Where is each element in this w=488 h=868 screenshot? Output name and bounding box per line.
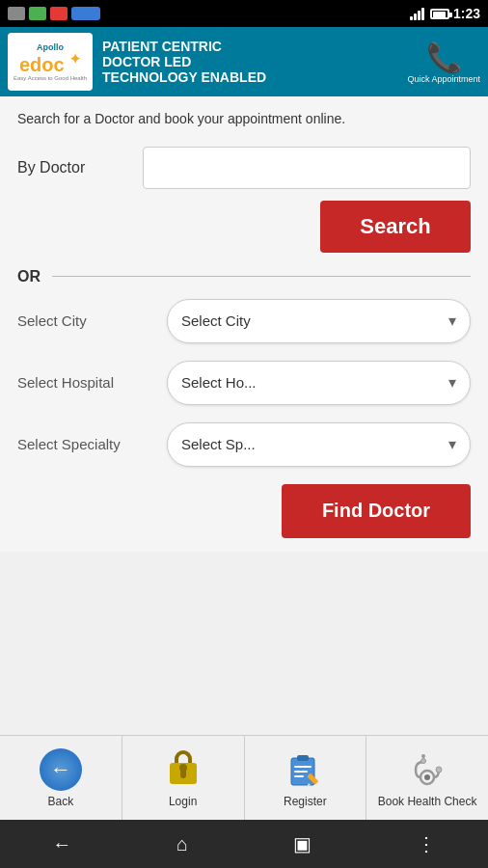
signal-bars <box>410 7 424 20</box>
select-city-row: Select City Select City ▾ <box>17 299 471 343</box>
clock: 1:23 <box>453 6 480 21</box>
app-logo: Apollo edoc ✦ Easy Access to Good Health <box>8 33 93 91</box>
svg-rect-4 <box>294 775 304 777</box>
lock-body-icon <box>170 763 197 784</box>
tab-book-health-check-label: Book Health Check <box>378 795 477 808</box>
nav-recents-button[interactable]: ▣ <box>293 832 312 855</box>
logo-doc: doc <box>30 53 65 74</box>
find-doctor-row: Find Doctor <box>17 484 471 538</box>
health-svg-icon <box>406 748 448 791</box>
header-line2: DOCTOR LED <box>102 54 407 69</box>
app-icon <box>50 7 68 20</box>
select-specialty-label: Select Specialty <box>17 436 167 452</box>
header-taglines: PATIENT CENTRIC DOCTOR LED TECHNOLOGY EN… <box>93 39 407 85</box>
lock-shackle-icon <box>175 750 192 764</box>
nav-home-button[interactable]: ⌂ <box>176 833 188 855</box>
bar1 <box>410 16 413 20</box>
by-doctor-label: By Doctor <box>17 159 143 176</box>
logo-sun-icon: ✦ <box>69 51 81 67</box>
main-content: Search for a Doctor and book your appoin… <box>0 96 488 552</box>
or-text: OR <box>17 268 41 285</box>
search-button[interactable]: Search <box>320 201 471 253</box>
by-doctor-row: By Doctor <box>17 147 471 189</box>
health-check-icon <box>406 748 448 791</box>
header-line1: PATIENT CENTRIC <box>102 39 407 54</box>
bottom-tabs: ← Back Login <box>0 735 488 820</box>
svg-point-9 <box>421 758 426 763</box>
by-doctor-input[interactable] <box>143 147 471 189</box>
logo-e: e <box>19 53 30 74</box>
logo-edoc-text: edoc ✦ <box>19 52 81 74</box>
header-line3: TECHNOLOGY ENABLED <box>102 69 407 85</box>
or-divider: OR <box>17 268 471 285</box>
chevron-down-icon: ▾ <box>448 373 456 392</box>
tab-book-health-check[interactable]: Book Health Check <box>366 736 488 820</box>
select-hospital-label: Select Hospital <box>17 374 167 391</box>
nav-menu-button[interactable]: ⋮ <box>417 832 436 855</box>
svg-point-11 <box>421 754 425 758</box>
svg-rect-2 <box>294 766 312 768</box>
select-specialty-dropdown[interactable]: Select Sp... ▾ <box>167 422 471 467</box>
svg-rect-3 <box>294 771 308 773</box>
select-hospital-row: Select Hospital Select Ho... ▾ <box>17 361 471 405</box>
select-specialty-value: Select Sp... <box>181 436 256 452</box>
logo-tagline: Easy Access to Good Health <box>14 75 87 81</box>
page-subtitle: Search for a Doctor and book your appoin… <box>17 110 471 129</box>
nav-bar: ← ⌂ ▣ ⋮ <box>0 820 488 868</box>
or-line <box>52 276 471 277</box>
signal-icon <box>29 7 46 20</box>
bar2 <box>414 14 417 20</box>
carrier-icon <box>71 7 100 20</box>
battery-icon <box>430 9 449 19</box>
bar3 <box>418 11 420 20</box>
back-icon: ← <box>40 748 82 791</box>
tab-login-label: Login <box>169 795 197 808</box>
select-hospital-value: Select Ho... <box>181 374 257 391</box>
app-header: Apollo edoc ✦ Easy Access to Good Health… <box>0 27 488 96</box>
svg-point-8 <box>424 774 430 780</box>
nav-back-button[interactable]: ← <box>52 833 71 855</box>
chevron-down-icon: ▾ <box>448 435 456 453</box>
select-hospital-dropdown[interactable]: Select Ho... ▾ <box>167 361 471 405</box>
find-doctor-button[interactable]: Find Doctor <box>282 484 471 538</box>
tab-register-label: Register <box>284 795 327 808</box>
tab-back-label: Back <box>48 795 74 808</box>
phone-emoji-icon: 📞 <box>426 41 462 74</box>
select-city-value: Select City <box>181 312 251 329</box>
quick-appt-label: Quick Appointment <box>407 74 480 84</box>
status-right: 1:23 <box>410 6 480 21</box>
select-city-label: Select City <box>17 312 167 329</box>
login-icon <box>162 748 204 791</box>
logo-apollo-text: Apollo <box>37 42 64 52</box>
svg-rect-1 <box>297 755 309 761</box>
lock-keyhole-icon <box>180 769 186 778</box>
register-svg-icon <box>284 748 326 791</box>
bar4 <box>421 8 424 20</box>
search-btn-row: Search <box>17 201 471 253</box>
tab-back[interactable]: ← Back <box>0 736 122 820</box>
phone-icon: 📞 <box>422 40 465 74</box>
quick-appointment[interactable]: 📞 Quick Appointment <box>407 40 480 84</box>
tab-register[interactable]: Register <box>245 736 367 820</box>
select-city-dropdown[interactable]: Select City ▾ <box>167 299 471 343</box>
register-icon <box>284 748 326 791</box>
chevron-down-icon: ▾ <box>448 312 456 330</box>
svg-point-10 <box>436 767 442 773</box>
select-specialty-row: Select Specialty Select Sp... ▾ <box>17 422 471 467</box>
tab-login[interactable]: Login <box>122 736 245 820</box>
back-arrow-icon: ← <box>50 757 71 782</box>
status-icons <box>8 7 100 20</box>
screen-icon <box>8 7 25 20</box>
status-bar: 1:23 <box>0 0 488 27</box>
